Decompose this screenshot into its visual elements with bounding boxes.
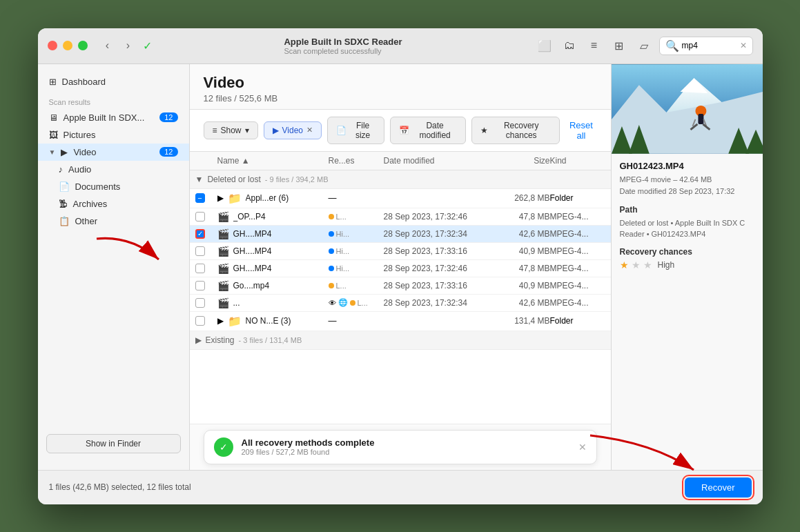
folder-none-size: 131,4 MB bbox=[495, 316, 550, 326]
sidebar-item-audio[interactable]: ♪ Audio bbox=[38, 161, 189, 178]
show-in-finder-button[interactable]: Show in Finder bbox=[46, 434, 181, 453]
folder-icon[interactable]: 🗂 bbox=[560, 36, 579, 55]
sidebar-item-video[interactable]: ▼ ▶ Video 12 bbox=[38, 144, 189, 161]
sidebar: ⊞ Dashboard Scan results 🖥 Apple Built I… bbox=[38, 64, 190, 470]
date-modified-label: Date modified bbox=[413, 121, 457, 140]
row1-checkbox[interactable] bbox=[195, 212, 205, 221]
show-filter-button[interactable]: ≡ Show ▾ bbox=[204, 121, 258, 139]
sidebar-item-apple-label: Apple Built In SDX... bbox=[64, 112, 145, 123]
split-view-icon[interactable]: ▱ bbox=[634, 36, 654, 55]
sidebar-item-documents[interactable]: 📄 Documents bbox=[38, 178, 189, 195]
table-row[interactable]: 🎬 Go....mp4 L... 28 Sep 2023, 17:33:16 4… bbox=[190, 277, 611, 295]
table-row[interactable]: 🎬 GH....MP4 Hi... 28 Sep 2023, 17:32:34 … bbox=[190, 226, 611, 243]
folder-none-row[interactable]: ▶ 📁 NO N...E (3) — 131,4 MB Folder bbox=[190, 312, 611, 331]
row3-checkbox[interactable] bbox=[195, 246, 205, 256]
recovery-chances-title: Recovery chances bbox=[620, 247, 754, 257]
video-badge: 12 bbox=[159, 147, 177, 157]
video-filter-label: Video bbox=[282, 126, 303, 135]
video-filter-button[interactable]: ▶ Video ✕ bbox=[264, 121, 322, 139]
sidebar-item-dashboard[interactable]: ⊞ Dashboard bbox=[38, 72, 189, 91]
preview-date-label: Date modified bbox=[620, 187, 667, 195]
file-size-filter-button[interactable]: 📄 File size bbox=[327, 117, 384, 144]
row3-tags: Hi... bbox=[329, 247, 384, 255]
titlebar: ‹ › ✓ Apple Built In SDXC Reader Scan co… bbox=[38, 28, 763, 64]
sidebar-video-label: Video bbox=[73, 147, 96, 157]
sidebar-other-label: Other bbox=[75, 216, 98, 226]
search-input[interactable] bbox=[682, 41, 737, 50]
close-button[interactable] bbox=[48, 41, 57, 50]
sidebar-item-apple-sdxc[interactable]: 🖥 Apple Built In SDX... 12 bbox=[38, 109, 189, 126]
row5-tags: L... bbox=[329, 282, 384, 290]
traffic-lights bbox=[48, 41, 88, 50]
video-file-icon: 🎬 bbox=[217, 211, 229, 222]
row4-checkbox[interactable] bbox=[195, 264, 205, 273]
minimize-button[interactable] bbox=[63, 41, 72, 50]
col-checkbox bbox=[195, 156, 217, 166]
file-size-icon: 📄 bbox=[336, 126, 347, 135]
preview-filename: GH012423.MP4 bbox=[620, 161, 754, 171]
toast-main-text: All recovery methods complete bbox=[242, 437, 375, 448]
nav-arrows: ‹ › bbox=[99, 37, 137, 55]
video-filter-close-icon[interactable]: ✕ bbox=[306, 126, 313, 135]
row2-checkbox[interactable] bbox=[195, 229, 205, 239]
file-table: Name ▲ Re...es Date modified Size Kind ▼… bbox=[190, 152, 611, 424]
reset-all-button[interactable]: Reset all bbox=[565, 120, 596, 141]
recovery-chances-label: Recovery chances bbox=[491, 121, 551, 140]
recovery-chances-filter-button[interactable]: ★ Recovery chances bbox=[471, 117, 560, 144]
status-text: 1 files (42,6 MB) selected, 12 files tot… bbox=[49, 482, 191, 492]
checkmark-icon: ✓ bbox=[219, 442, 228, 453]
table-row[interactable]: 🎬 GH....MP4 Hi... 28 Sep 2023, 17:33:16 … bbox=[190, 243, 611, 260]
folder-appler-kind: Folder bbox=[550, 193, 605, 203]
forward-button[interactable]: › bbox=[119, 37, 137, 55]
recover-button[interactable]: Recover bbox=[685, 477, 751, 497]
globe-icon: 🌐 bbox=[338, 298, 348, 307]
grid-view-icon[interactable]: ⊞ bbox=[609, 36, 629, 55]
folder-chevron-icon: ▶ bbox=[217, 193, 224, 203]
row5-checkbox[interactable] bbox=[195, 281, 205, 290]
list-view-icon[interactable]: ≡ bbox=[585, 36, 604, 55]
sidebar-item-pictures[interactable]: 🖼 Pictures bbox=[38, 126, 189, 144]
existing-group-header[interactable]: ▶ Existing - 3 files / 131,4 MB bbox=[190, 331, 611, 350]
back-button[interactable]: ‹ bbox=[99, 37, 117, 55]
col-date[interactable]: Date modified bbox=[384, 156, 495, 166]
date-modified-filter-button[interactable]: 📅 Date modified bbox=[390, 117, 466, 144]
col-recoveries[interactable]: Re...es bbox=[329, 156, 384, 166]
table-row[interactable]: 🎬 ... 👁 🌐 L... 28 Sep 2023, 17:32:34 42,… bbox=[190, 295, 611, 312]
row2-tag-text: Hi... bbox=[336, 230, 350, 238]
sidebar-item-archives[interactable]: 🗜 Archives bbox=[38, 195, 189, 213]
col-size[interactable]: Size bbox=[495, 156, 550, 166]
maximize-button[interactable] bbox=[78, 41, 88, 50]
new-file-icon[interactable]: ⬜ bbox=[535, 36, 554, 55]
folder-chevron2-icon: ▶ bbox=[217, 316, 224, 326]
table-row[interactable]: 🎬 GH....MP4 Hi... 28 Sep 2023, 17:32:46 … bbox=[190, 260, 611, 277]
search-box[interactable]: 🔍 ✕ bbox=[659, 37, 753, 55]
row2-kind: MPEG-4... bbox=[550, 229, 605, 239]
content-area: Video 12 files / 525,6 MB ≡ Show ▾ ▶ Vid… bbox=[190, 64, 611, 470]
window-title: Apple Built In SDXC Reader bbox=[284, 37, 402, 47]
row5-size: 40,9 MB bbox=[495, 281, 550, 290]
col-kind[interactable]: Kind bbox=[550, 156, 605, 166]
row6-checkbox[interactable] bbox=[195, 298, 205, 308]
search-clear-icon[interactable]: ✕ bbox=[740, 41, 747, 50]
preview-date-val: 28 Sep 2023, 17:32 bbox=[668, 187, 734, 195]
sidebar-archives-label: Archives bbox=[73, 199, 108, 209]
folder-none-kind: Folder bbox=[550, 316, 605, 326]
archives-icon: 🗜 bbox=[59, 199, 68, 209]
row3-name: GH....MP4 bbox=[233, 246, 272, 256]
toast-close-button[interactable]: ✕ bbox=[578, 442, 587, 453]
toast-success-icon: ✓ bbox=[214, 437, 233, 457]
tag-dot3-icon bbox=[329, 248, 334, 254]
video-file-icon4: 🎬 bbox=[217, 263, 229, 274]
folder-none-checkbox[interactable] bbox=[195, 316, 205, 326]
col-name[interactable]: Name ▲ bbox=[217, 156, 329, 166]
chevron-down-icon: ▾ bbox=[245, 126, 249, 135]
row3-date: 28 Sep 2023, 17:33:16 bbox=[384, 246, 495, 256]
deleted-group-header[interactable]: ▼ Deleted or lost - 9 files / 394,2 MB bbox=[190, 170, 611, 189]
sidebar-item-other[interactable]: 📋 Other bbox=[38, 213, 189, 230]
folder-appler-checkbox[interactable] bbox=[195, 193, 205, 203]
table-row[interactable]: 🎬 _OP...P4 L... 28 Sep 2023, 17:32:46 47… bbox=[190, 208, 611, 226]
table-header: Name ▲ Re...es Date modified Size Kind bbox=[190, 152, 611, 170]
row6-size: 42,6 MB bbox=[495, 298, 550, 308]
folder-appler-row[interactable]: ▶ 📁 Appl...er (6) — 262,8 MB Folder bbox=[190, 189, 611, 208]
tag-dot5-icon bbox=[329, 283, 334, 288]
